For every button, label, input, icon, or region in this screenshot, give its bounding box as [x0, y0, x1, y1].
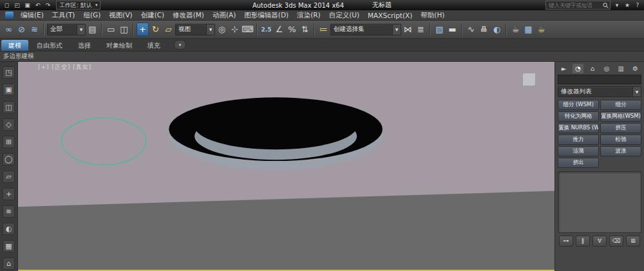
motion-tab-icon[interactable]: ◎ [601, 64, 612, 73]
select-and-move-icon[interactable]: + [137, 23, 149, 36]
search-input[interactable] [547, 1, 601, 9]
ribbon-vertical-icon-12[interactable]: ⌂ [3, 257, 15, 270]
bind-to-spacewarp-icon[interactable]: ≋ [28, 23, 41, 36]
percent-snap-icon[interactable]: % [286, 23, 298, 36]
hierarchy-tab-icon[interactable]: ⌂ [587, 64, 598, 73]
ribbon-vertical-icon-2[interactable]: ▣ [3, 84, 15, 96]
open-file-icon[interactable]: ◰ [13, 1, 21, 9]
schematic-view-icon[interactable]: 品 [478, 23, 490, 36]
modifier-button-subdivide-wsm[interactable]: 细分 (WSM) [558, 100, 599, 110]
menu-tools[interactable]: 工具(T) [52, 11, 75, 20]
render-production-icon[interactable]: ☕ [535, 23, 547, 36]
modifier-button-displace-nurbs-wsm[interactable]: 置换 NURBS (WSM [558, 123, 599, 133]
ribbon-vertical-icon-7[interactable]: ▱ [3, 171, 15, 183]
modifier-list-dropdown[interactable]: 修改器列表 ▼ [558, 86, 641, 97]
window-crossing-icon[interactable]: ◫ [118, 23, 130, 36]
ribbon-minimize-button[interactable]: ▾ [174, 40, 186, 50]
modifier-button-relax[interactable]: 松弛 [600, 135, 641, 145]
named-selection-sets-dropdown[interactable]: 创建选择集 ▼ [330, 24, 401, 35]
select-and-link-icon[interactable]: ∞ [3, 23, 15, 36]
menu-modifiers[interactable]: 修改器(M) [173, 11, 204, 20]
pin-stack-icon[interactable]: ⊶ [559, 236, 573, 247]
keyboard-shortcut-override-icon[interactable]: ⌨ [242, 23, 254, 36]
menu-group[interactable]: 组(G) [83, 11, 100, 20]
modifier-button-push[interactable]: 推力 [558, 135, 599, 145]
new-scene-icon[interactable]: ◻ [3, 1, 11, 9]
tab-selection[interactable]: 选择 [71, 40, 98, 51]
rectangular-selection-region-icon[interactable]: ▭ [105, 23, 117, 36]
mirror-icon[interactable]: ⋈ [402, 23, 414, 36]
select-and-manipulate-icon[interactable]: ⊹ [229, 23, 241, 36]
tab-populate[interactable]: 填充 [140, 40, 167, 51]
make-unique-icon[interactable]: ∀ [592, 236, 607, 247]
modifier-stack-list[interactable] [558, 171, 641, 233]
reference-coordinate-dropdown[interactable]: 视图 ▼ [175, 24, 215, 35]
menu-views[interactable]: 视图(V) [109, 11, 132, 20]
modifier-button-wave[interactable]: 波浪 [600, 146, 641, 156]
ribbon-vertical-icon-8[interactable]: + [3, 188, 15, 200]
ribbon-vertical-icon-6[interactable]: ◯ [3, 153, 15, 165]
modifier-button-ripple[interactable]: 涟漪 [558, 146, 599, 156]
menu-edit[interactable]: 编辑(E) [21, 11, 44, 20]
chevron-down-icon[interactable]: ▼ [77, 24, 85, 35]
selection-filter-dropdown[interactable]: 全部 ▼ [47, 24, 86, 35]
menu-animation[interactable]: 动画(A) [213, 11, 236, 20]
edit-named-selection-sets-icon[interactable]: ≔ [317, 23, 330, 36]
search-icon[interactable] [603, 3, 609, 8]
modify-tab-icon[interactable]: ◔ [573, 64, 583, 73]
favorites-star-icon[interactable]: ★ [623, 2, 631, 8]
ribbon-vertical-icon-10[interactable]: ◐ [3, 223, 15, 235]
remove-modifier-icon[interactable]: ⌫ [609, 236, 623, 247]
menu-rendering[interactable]: 渲染(R) [297, 11, 321, 20]
menu-create[interactable]: 创建(C) [141, 11, 165, 20]
menu-graph-editors[interactable]: 图形编辑器(D) [244, 11, 289, 20]
select-and-rotate-icon[interactable]: ↻ [149, 23, 162, 36]
utilities-tab-icon[interactable]: ⚙ [630, 64, 641, 73]
create-tab-icon[interactable]: ► [558, 64, 569, 73]
ribbon-vertical-icon-9[interactable]: ≋ [3, 205, 15, 218]
torus-object[interactable] [168, 97, 383, 170]
unlink-selection-icon[interactable]: ⊘ [15, 23, 28, 36]
configure-modifier-sets-icon[interactable]: ⊞ [626, 236, 640, 247]
modifier-button-squeeze[interactable]: 挤压 [600, 123, 641, 133]
ribbon-vertical-icon-11[interactable]: ▦ [3, 240, 15, 252]
angle-snap-icon[interactable]: ∠ [273, 23, 285, 36]
tab-freeform[interactable]: 自由形式 [30, 40, 70, 51]
rendered-frame-window-icon[interactable]: ▦ [522, 23, 535, 36]
modifier-button-displace-mesh-wsm[interactable]: 置换网格(WSM) [600, 111, 641, 122]
align-icon[interactable]: ≣ [415, 23, 427, 36]
ribbon-vertical-icon-5[interactable]: ⊞ [3, 136, 15, 148]
application-menu-icon[interactable] [5, 12, 14, 19]
layer-manager-icon[interactable]: ▧ [433, 23, 446, 36]
chevron-down-icon[interactable]: ▼ [392, 24, 401, 35]
menu-maxscript[interactable]: MAXScript(X) [368, 12, 412, 19]
render-setup-icon[interactable]: ☕ [509, 23, 522, 36]
ribbon-vertical-icon-3[interactable]: ◫ [3, 101, 15, 113]
ribbon-toggle-icon[interactable]: ▬ [446, 23, 459, 36]
ribbon-vertical-icon-1[interactable]: ◳ [3, 66, 15, 79]
viewport-label[interactable]: [+] [正交] [真实] [38, 63, 91, 71]
viewport-scene[interactable] [18, 62, 554, 271]
snaps-toggle-icon[interactable]: 2.5 [260, 23, 272, 36]
redo-icon[interactable]: ↷ [44, 1, 52, 9]
use-pivot-point-center-icon[interactable]: ◎ [216, 23, 228, 36]
chevron-down-icon[interactable]: ▼ [206, 24, 214, 35]
object-name-field[interactable] [558, 75, 641, 84]
curve-editor-icon[interactable]: ∿ [465, 23, 477, 36]
display-tab-icon[interactable]: ▥ [616, 64, 627, 73]
show-end-result-icon[interactable]: ‖ [576, 236, 590, 247]
tab-object-paint[interactable]: 对象绘制 [99, 40, 139, 51]
select-by-name-icon[interactable]: ▤ [86, 23, 99, 36]
spinner-snap-icon[interactable]: ⇅ [299, 23, 311, 36]
menu-help[interactable]: 帮助(H) [421, 11, 444, 20]
ribbon-vertical-icon-4[interactable]: ◇ [3, 118, 15, 131]
workspace-selector[interactable]: 工作区: 默认 ▾ [56, 1, 100, 10]
viewcube[interactable] [523, 73, 537, 88]
material-editor-icon[interactable]: ◐ [491, 23, 503, 36]
tab-modeling[interactable]: 建模 [1, 40, 28, 51]
viewport[interactable]: [+] [正交] [真实] [18, 62, 554, 271]
menu-customize[interactable]: 自定义(U) [329, 11, 359, 20]
help-icon[interactable]: ? [634, 2, 641, 8]
select-and-scale-icon[interactable]: ▱ [162, 23, 175, 36]
modifier-button-turn-to-mesh[interactable]: 转化为网格 [558, 111, 599, 122]
